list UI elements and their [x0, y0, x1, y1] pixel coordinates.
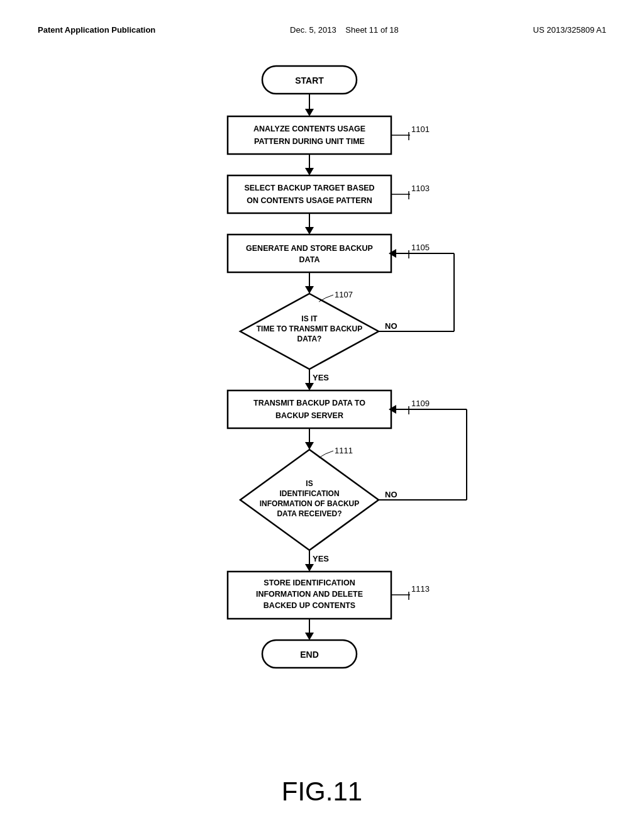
svg-marker-3 — [305, 109, 314, 116]
svg-text:STORE IDENTIFICATION: STORE IDENTIFICATION — [264, 578, 355, 587]
svg-text:1111: 1111 — [335, 446, 353, 455]
svg-text:1101: 1101 — [411, 124, 430, 134]
svg-marker-62 — [305, 564, 314, 572]
svg-text:1109: 1109 — [411, 399, 430, 408]
svg-text:1107: 1107 — [335, 290, 353, 299]
svg-text:PATTERN DURING UNIT TIME: PATTERN DURING UNIT TIME — [254, 137, 365, 146]
svg-text:1105: 1105 — [411, 243, 430, 252]
svg-text:ON CONTENTS USAGE PATTERN: ON CONTENTS USAGE PATTERN — [247, 196, 372, 205]
figure-label: FIG.11 — [38, 777, 606, 807]
svg-text:SELECT BACKUP TARGET BASED: SELECT BACKUP TARGET BASED — [244, 184, 374, 192]
svg-text:NO: NO — [385, 321, 397, 331]
svg-marker-19 — [305, 227, 314, 235]
header: Patent Application Publication Dec. 5, 2… — [38, 25, 606, 35]
svg-marker-27 — [305, 286, 314, 294]
svg-text:END: END — [300, 650, 319, 660]
svg-text:TIME TO TRANSMIT BACKUP: TIME TO TRANSMIT BACKUP — [257, 324, 362, 333]
flowchart: START ANALYZE CONTENTS USAGE PATTERN DUR… — [102, 60, 542, 751]
svg-text:DATA RECEIVED?: DATA RECEIVED? — [277, 509, 341, 518]
svg-marker-40 — [305, 383, 314, 390]
svg-marker-48 — [305, 442, 314, 450]
header-patent: US 2013/325809 A1 — [533, 25, 606, 35]
svg-text:ANALYZE CONTENTS USAGE: ANALYZE CONTENTS USAGE — [253, 124, 365, 133]
svg-text:1113: 1113 — [411, 584, 430, 594]
svg-text:GENERATE AND STORE BACKUP: GENERATE AND STORE BACKUP — [246, 244, 373, 253]
svg-text:1103: 1103 — [411, 184, 430, 193]
svg-text:IS: IS — [306, 479, 313, 488]
svg-rect-12 — [228, 175, 391, 213]
svg-text:START: START — [295, 75, 324, 86]
svg-rect-41 — [228, 390, 391, 428]
header-left: Patent Application Publication — [38, 25, 155, 35]
svg-text:YES: YES — [313, 554, 329, 563]
svg-rect-20 — [228, 235, 391, 272]
svg-marker-11 — [305, 168, 314, 175]
svg-rect-4 — [228, 116, 391, 154]
svg-text:NO: NO — [385, 490, 397, 499]
page: Patent Application Publication Dec. 5, 2… — [0, 0, 644, 830]
svg-text:TRANSMIT BACKUP DATA TO: TRANSMIT BACKUP DATA TO — [253, 399, 365, 407]
svg-text:YES: YES — [313, 373, 329, 382]
svg-marker-71 — [305, 633, 314, 640]
svg-text:IDENTIFICATION: IDENTIFICATION — [279, 489, 339, 498]
svg-text:INFORMATION AND DELETE: INFORMATION AND DELETE — [256, 590, 363, 599]
header-date: Dec. 5, 2013 Sheet 11 of 18 — [290, 25, 399, 35]
svg-text:DATA: DATA — [299, 255, 320, 264]
svg-text:INFORMATION OF BACKUP: INFORMATION OF BACKUP — [260, 499, 359, 508]
svg-text:DATA?: DATA? — [297, 335, 322, 343]
svg-text:BACKED UP CONTENTS: BACKED UP CONTENTS — [264, 601, 355, 610]
svg-text:BACKUP SERVER: BACKUP SERVER — [275, 411, 343, 420]
svg-text:IS IT: IS IT — [301, 314, 318, 323]
